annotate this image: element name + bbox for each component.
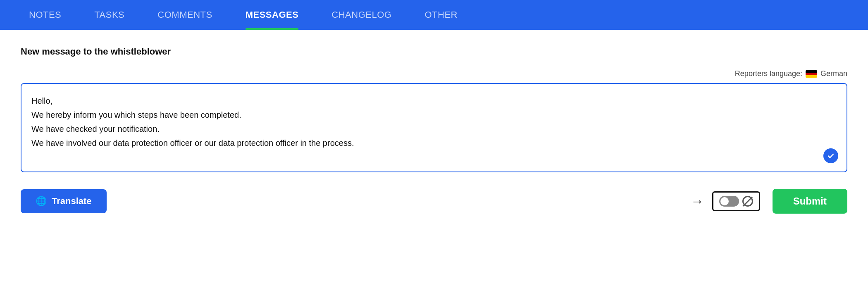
section-title: New message to the whistleblower [21, 46, 847, 57]
translate-label: Translate [52, 196, 92, 207]
tab-comments[interactable]: COMMENTS [141, 0, 229, 30]
main-content: New message to the whistleblower Reporte… [0, 30, 868, 300]
arrow-toggle-wrapper: → [691, 191, 760, 211]
tab-messages[interactable]: MESSAGES [229, 0, 315, 30]
language-name: German [820, 69, 847, 78]
tab-other[interactable]: OTHER [408, 0, 474, 30]
no-symbol-icon [742, 196, 753, 207]
globe-icon: 🌐 [36, 196, 47, 207]
tab-changelog[interactable]: CHANGELOG [315, 0, 408, 30]
toggle-box[interactable] [712, 191, 760, 211]
check-icon [823, 148, 838, 163]
tab-tasks[interactable]: TASKS [78, 0, 141, 30]
toggle-switch[interactable] [719, 196, 739, 207]
submit-button[interactable]: Submit [773, 189, 847, 214]
flag-german-icon [806, 70, 817, 78]
right-actions: → Submit [691, 189, 847, 214]
reporters-language-label: Reporters language: [735, 69, 802, 78]
message-textarea[interactable]: Hello, We hereby inform you which steps … [31, 94, 822, 160]
action-row: 🌐 Translate → Submit [21, 185, 847, 218]
divider [21, 218, 847, 218]
nav-bar: NOTES TASKS COMMENTS MESSAGES CHANGELOG … [0, 0, 868, 30]
translate-button[interactable]: 🌐 Translate [21, 189, 107, 213]
reporters-language: Reporters language: German [21, 69, 847, 78]
arrow-right-icon: → [691, 194, 704, 209]
message-textarea-wrapper: Hello, We hereby inform you which steps … [21, 83, 847, 172]
tab-notes[interactable]: NOTES [12, 0, 78, 30]
